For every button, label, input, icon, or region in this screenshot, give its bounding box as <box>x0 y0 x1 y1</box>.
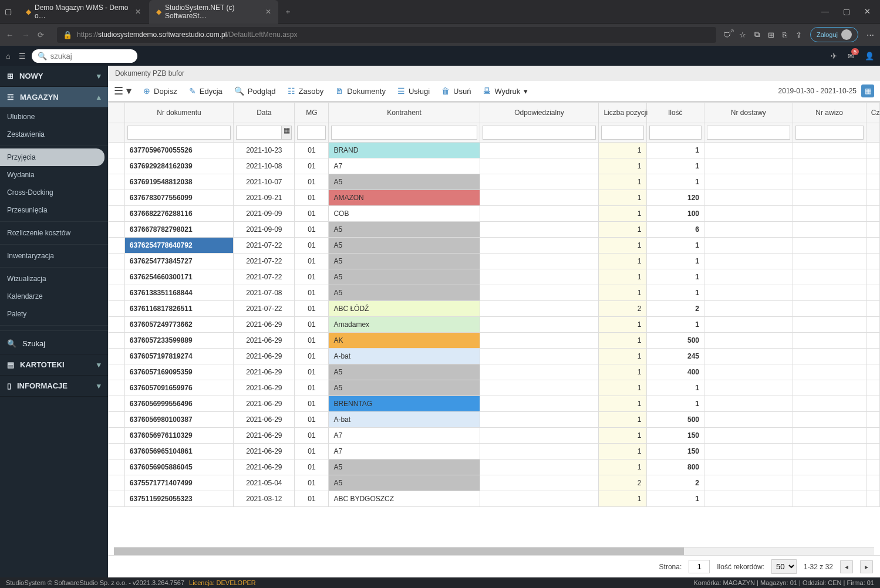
page-prev-button[interactable]: ◂ <box>840 560 853 573</box>
window-minimize-icon[interactable]: ― <box>821 7 829 16</box>
sidebar-item[interactable]: Rozliczenie kosztów <box>0 224 108 242</box>
sidebar-item[interactable]: Przesunięcia <box>0 201 108 219</box>
user-icon[interactable]: 👤 <box>865 52 874 60</box>
search-box[interactable]: 🔍 <box>32 49 137 63</box>
table-row[interactable]: 63760569651048612021-06-2901A71150 <box>109 444 880 459</box>
calendar-icon[interactable]: ▦ <box>861 85 874 97</box>
favorite-icon[interactable]: ☆ <box>739 31 746 39</box>
dokumenty-button[interactable]: 🗎Dokumenty <box>335 86 386 96</box>
extension-icon[interactable]: ⎘ <box>783 31 787 39</box>
sidebar-item[interactable]: Inwentaryzacja <box>0 247 108 265</box>
table-row[interactable]: 63760571690953592021-06-2901A51400 <box>109 364 880 380</box>
filter-date[interactable] <box>236 126 282 140</box>
search-input[interactable] <box>50 52 132 60</box>
mail-icon[interactable]: ✉5 <box>848 52 854 60</box>
col-nr-dostawy[interactable]: Nr dostawy <box>704 103 793 123</box>
table-row[interactable]: 63766787827980212021-09-0901A516 <box>109 222 880 238</box>
plane-icon[interactable]: ✈ <box>831 52 837 60</box>
records-select[interactable]: 50 <box>771 559 797 574</box>
filter-mg[interactable] <box>297 126 326 140</box>
date-picker-icon[interactable]: ▦ <box>282 126 292 140</box>
horizontal-scrollbar[interactable] <box>114 547 874 555</box>
home-icon[interactable]: ⌂ <box>6 52 11 60</box>
table-row[interactable]: 63760569801003872021-06-2901A-bat1500 <box>109 412 880 428</box>
filter-dostawy[interactable] <box>707 126 790 140</box>
table-row[interactable]: 63760570916599762021-06-2901A511 <box>109 380 880 396</box>
filter-awizo[interactable] <box>795 126 864 140</box>
table-row[interactable]: 63762547738457272021-07-2201A511 <box>109 254 880 269</box>
table-row[interactable]: 63762547786407922021-07-2201A511 <box>109 238 880 254</box>
sidebar-item[interactable]: Kalendarze <box>0 288 108 305</box>
dopisz-button[interactable]: ⊕Dopisz <box>143 86 177 96</box>
sidebar-item[interactable]: Palety <box>0 305 108 323</box>
filter-doc[interactable] <box>127 126 231 140</box>
table-row[interactable]: 63769292841620392021-10-0801A711 <box>109 158 880 174</box>
back-icon[interactable]: ← <box>6 31 14 39</box>
col-ilosc[interactable]: Ilość <box>646 103 704 123</box>
table-row[interactable]: 63767830775560992021-09-2101AMAZON1120 <box>109 190 880 206</box>
sidebar-item[interactable]: Zestawienia <box>0 126 108 143</box>
sidebar-kartoteki[interactable]: ▤ KARTOTEKI ▾ <box>0 354 108 376</box>
tracker-icon[interactable]: 🛡⊘ <box>723 31 731 39</box>
window-close-icon[interactable]: ✕ <box>864 7 871 16</box>
collapse-icon[interactable]: ☰ <box>19 52 26 60</box>
sidebar-szukaj[interactable]: 🔍 Szukaj <box>0 333 108 354</box>
table-row[interactable]: 63761168178265112021-07-2201ABC ŁÓDŹ22 <box>109 301 880 317</box>
share-icon[interactable]: ⇪ <box>795 31 802 39</box>
menu-icon[interactable]: ☰ ▾ <box>114 85 132 97</box>
table-row[interactable]: 63760571978192742021-06-2901A-bat1245 <box>109 349 880 364</box>
sidebar-magazyn[interactable]: ☲ MAGAZYN ▴ <box>0 87 108 108</box>
sidebar-item[interactable]: Przyjęcia <box>0 148 104 166</box>
close-icon[interactable]: ✕ <box>135 8 141 16</box>
filter-odpowiedzialny[interactable] <box>483 126 596 140</box>
table-row[interactable]: 63761383511688442021-07-0801A511 <box>109 285 880 301</box>
table-row[interactable]: 63760569995564962021-06-2901BRENNTAG11 <box>109 396 880 412</box>
page-next-button[interactable]: ▸ <box>860 560 873 573</box>
usun-button[interactable]: 🗑Usuń <box>441 86 471 96</box>
refresh-icon[interactable]: ⟳ <box>38 31 44 39</box>
podglad-button[interactable]: 🔍Podgląd <box>234 86 276 96</box>
new-tab-button[interactable]: ＋ <box>284 6 292 17</box>
sidebar-item[interactable]: Ulubione <box>0 108 108 126</box>
wydruk-button[interactable]: 🖶Wydruk ▾ <box>483 86 528 96</box>
col-kontrahent[interactable]: Kontrahent <box>329 103 480 123</box>
col-nr-awizo[interactable]: Nr awizo <box>793 103 866 123</box>
col-mg[interactable]: MG <box>295 103 329 123</box>
close-icon[interactable]: ✕ <box>265 8 271 16</box>
table-row[interactable]: 63751159250553232021-03-1201ABC BYDGOSZC… <box>109 491 880 507</box>
sidebar-item[interactable]: Wizualizacja <box>0 270 108 288</box>
tabs-icon[interactable]: ▢ <box>5 7 12 16</box>
filter-kontrahent[interactable] <box>331 126 477 140</box>
favorites-bar-icon[interactable]: ⧉ <box>754 30 760 39</box>
sidebar-informacje[interactable]: ▯ INFORMACJE ▾ <box>0 376 108 397</box>
table-row[interactable]: 63762546603001712021-07-2201A511 <box>109 269 880 285</box>
table-row[interactable]: 63760572497736622021-06-2901Amadamex11 <box>109 317 880 333</box>
sidebar-item[interactable]: Cross-Docking <box>0 184 108 201</box>
zasoby-button[interactable]: ☷Zasoby <box>288 86 324 96</box>
filter-lp[interactable] <box>601 126 643 140</box>
login-button[interactable]: Zaloguj <box>810 27 858 42</box>
page-input[interactable] <box>689 560 710 573</box>
sidebar-nowy[interactable]: ⊞ NOWY ▾ <box>0 66 108 87</box>
more-icon[interactable]: ⋯ <box>866 31 874 39</box>
table-row[interactable]: 63760569058860452021-06-2901A51800 <box>109 459 880 475</box>
col-nr-dokumentu[interactable]: Nr dokumentu <box>124 103 233 123</box>
table-row[interactable]: 63760572335998892021-06-2901AK1500 <box>109 333 880 349</box>
uslugi-button[interactable]: ☰Usługi <box>397 86 430 96</box>
browser-tab-0[interactable]: ◆ Demo Magazyn WMS - Demo o… ✕ <box>19 0 148 23</box>
col-odpowiedzialny[interactable]: Odpowiedzialny <box>480 103 599 123</box>
browser-tab-1[interactable]: ◆ StudioSystem.NET (c) SoftwareSt… ✕ <box>149 0 278 23</box>
table-row[interactable]: 63755717714074992021-05-0401A522 <box>109 475 880 491</box>
col-cz[interactable]: Cz <box>866 103 879 123</box>
collections-icon[interactable]: ⊞ <box>768 31 774 39</box>
sidebar-item[interactable]: Wydania <box>0 166 108 184</box>
window-maximize-icon[interactable]: ▢ <box>843 7 850 16</box>
table-row[interactable]: 63760569761103292021-06-2901A71150 <box>109 428 880 444</box>
table-row[interactable]: 63770596700555262021-10-2301BRAND11 <box>109 143 880 158</box>
edycja-button[interactable]: ✎Edycja <box>189 86 222 96</box>
col-liczba-pozycji[interactable]: Liczba pozycji <box>599 103 646 123</box>
col-data[interactable]: Data <box>234 103 295 123</box>
table-row[interactable]: 63769195488120382021-10-0701A511 <box>109 174 880 190</box>
table-row[interactable]: 63766822762881162021-09-0901COB1100 <box>109 206 880 222</box>
address-bar[interactable]: 🔒 https://studiosystemdemo.softwarestudi… <box>57 27 716 43</box>
